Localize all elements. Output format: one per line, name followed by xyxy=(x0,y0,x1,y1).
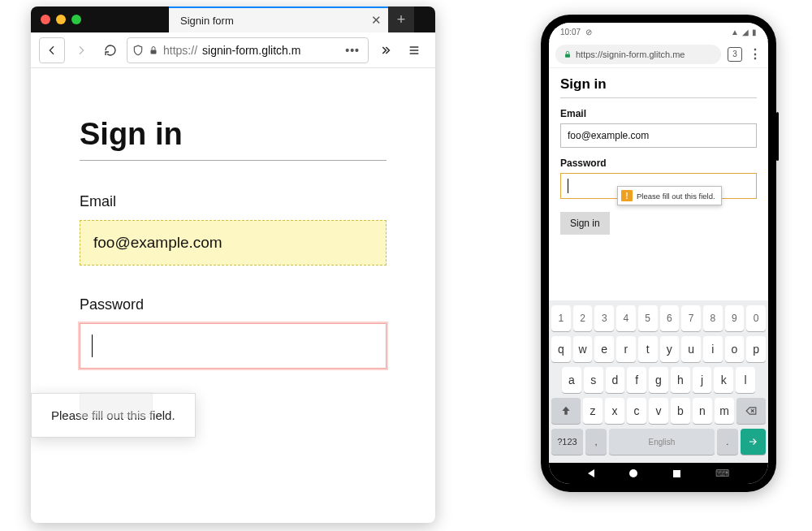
back-button[interactable] xyxy=(39,37,65,63)
wifi-icon: ▲ xyxy=(731,28,739,37)
period-key[interactable]: . xyxy=(717,429,738,455)
text-caret xyxy=(92,335,93,357)
battery-icon: ▮ xyxy=(752,28,757,37)
password-field[interactable] xyxy=(80,323,387,369)
browser-tab[interactable]: Signin form ✕ xyxy=(169,6,388,32)
key-f[interactable]: f xyxy=(627,367,646,393)
key-r[interactable]: r xyxy=(616,336,636,362)
key-k[interactable]: k xyxy=(714,367,733,393)
key-u[interactable]: u xyxy=(681,336,701,362)
enter-key[interactable] xyxy=(741,429,766,455)
mobile-url-bar[interactable]: https://signin-form.glitch.me xyxy=(555,45,721,64)
tab-count-button[interactable]: 3 xyxy=(728,47,742,62)
key-e[interactable]: e xyxy=(594,336,614,362)
key-8[interactable]: 8 xyxy=(703,305,723,331)
mobile-toolbar: https://signin-form.glitch.me 3 ⋮ xyxy=(549,41,768,68)
svg-rect-0 xyxy=(151,50,157,54)
lock-icon xyxy=(564,50,572,59)
key-j[interactable]: j xyxy=(693,367,712,393)
url-bar[interactable]: https://signin-form.glitch.m ••• xyxy=(127,37,369,63)
mobile-page-title: Sign in xyxy=(560,76,757,98)
warning-icon: ! xyxy=(621,190,633,201)
desktop-browser-window: Signin form ✕ + https://signin-form.glit… xyxy=(31,6,435,523)
reload-button[interactable] xyxy=(97,37,123,63)
minimize-icon[interactable] xyxy=(56,15,66,24)
browser-toolbar: https://signin-form.glitch.m ••• xyxy=(31,32,435,68)
key-7[interactable]: 7 xyxy=(681,305,701,331)
status-bar: 10:07 ⊘ ▲ ◢ ▮ xyxy=(549,23,768,41)
tab-title: Signin form xyxy=(180,15,234,27)
soft-keyboard: 1234567890 qwertyuiop asdfghjkl zxcvbnm … xyxy=(549,300,768,463)
key-s[interactable]: s xyxy=(584,367,603,393)
mobile-url-text: https://signin-form.glitch.me xyxy=(576,50,685,59)
password-label: Password xyxy=(80,296,387,313)
mobile-validation-tooltip: ! Please fill out this field. xyxy=(617,186,722,205)
url-scheme: https:// xyxy=(163,44,197,57)
key-c[interactable]: c xyxy=(627,398,646,424)
symbols-key[interactable]: ?123 xyxy=(551,429,583,455)
android-nav-bar: ⌨ xyxy=(549,463,768,484)
page-title: Sign in xyxy=(80,117,387,161)
phone-screen: 10:07 ⊘ ▲ ◢ ▮ https://signin-form.glitch… xyxy=(549,23,768,484)
key-o[interactable]: o xyxy=(725,336,745,362)
shift-key[interactable] xyxy=(551,398,581,424)
key-z[interactable]: z xyxy=(583,398,603,424)
nav-back-button[interactable] xyxy=(588,469,594,477)
tab-close-icon[interactable]: ✕ xyxy=(371,13,382,28)
email-label: Email xyxy=(80,193,387,210)
key-a[interactable]: a xyxy=(562,367,581,393)
email-value: foo@example.com xyxy=(93,234,222,252)
phone-device-frame: 10:07 ⊘ ▲ ◢ ▮ https://signin-form.glitch… xyxy=(541,15,776,492)
space-key[interactable]: English xyxy=(609,429,715,455)
key-3[interactable]: 3 xyxy=(594,305,614,331)
key-l[interactable]: l xyxy=(736,367,755,393)
nav-recent-button[interactable] xyxy=(673,470,680,477)
nav-keyboard-icon[interactable]: ⌨ xyxy=(715,468,729,479)
shield-icon xyxy=(132,44,144,57)
key-w[interactable]: w xyxy=(573,336,593,362)
key-9[interactable]: 9 xyxy=(725,305,745,331)
text-caret xyxy=(568,179,568,193)
key-6[interactable]: 6 xyxy=(660,305,680,331)
key-b[interactable]: b xyxy=(671,398,690,424)
key-q[interactable]: q xyxy=(551,336,571,362)
lock-icon xyxy=(149,45,158,56)
key-5[interactable]: 5 xyxy=(638,305,658,331)
key-2[interactable]: 2 xyxy=(573,305,593,331)
key-i[interactable]: i xyxy=(703,336,723,362)
url-host: signin-form.glitch.m xyxy=(202,44,300,57)
window-controls xyxy=(31,15,169,24)
email-field[interactable]: foo@example.com xyxy=(80,220,387,266)
key-m[interactable]: m xyxy=(715,398,734,424)
key-0[interactable]: 0 xyxy=(746,305,766,331)
key-n[interactable]: n xyxy=(693,398,712,424)
mobile-validation-message: Please fill out this field. xyxy=(637,192,715,201)
new-tab-button[interactable]: + xyxy=(388,6,414,32)
backspace-key[interactable] xyxy=(736,398,766,424)
menu-button[interactable] xyxy=(401,37,427,63)
nav-home-button[interactable] xyxy=(629,469,637,477)
key-y[interactable]: y xyxy=(660,336,680,362)
key-h[interactable]: h xyxy=(671,367,690,393)
mobile-menu-button[interactable]: ⋮ xyxy=(749,46,762,62)
overflow-button[interactable] xyxy=(372,37,398,63)
key-d[interactable]: d xyxy=(606,367,625,393)
tab-bar: Signin form ✕ + xyxy=(31,6,435,32)
signal-icon: ◢ xyxy=(742,28,749,37)
maximize-icon[interactable] xyxy=(71,15,81,24)
comma-key[interactable]: , xyxy=(585,429,607,455)
mobile-submit-button[interactable]: Sign in xyxy=(560,212,610,235)
key-4[interactable]: 4 xyxy=(616,305,636,331)
key-t[interactable]: t xyxy=(638,336,658,362)
mobile-password-label: Password xyxy=(560,158,757,169)
forward-button[interactable] xyxy=(68,37,94,63)
key-v[interactable]: v xyxy=(649,398,668,424)
key-p[interactable]: p xyxy=(746,336,766,362)
key-g[interactable]: g xyxy=(649,367,668,393)
submit-button[interactable] xyxy=(80,392,153,418)
key-x[interactable]: x xyxy=(605,398,624,424)
key-1[interactable]: 1 xyxy=(551,305,571,331)
close-icon[interactable] xyxy=(41,15,50,24)
mobile-email-field[interactable]: foo@example.com xyxy=(560,123,757,148)
url-actions-icon[interactable]: ••• xyxy=(345,44,363,57)
